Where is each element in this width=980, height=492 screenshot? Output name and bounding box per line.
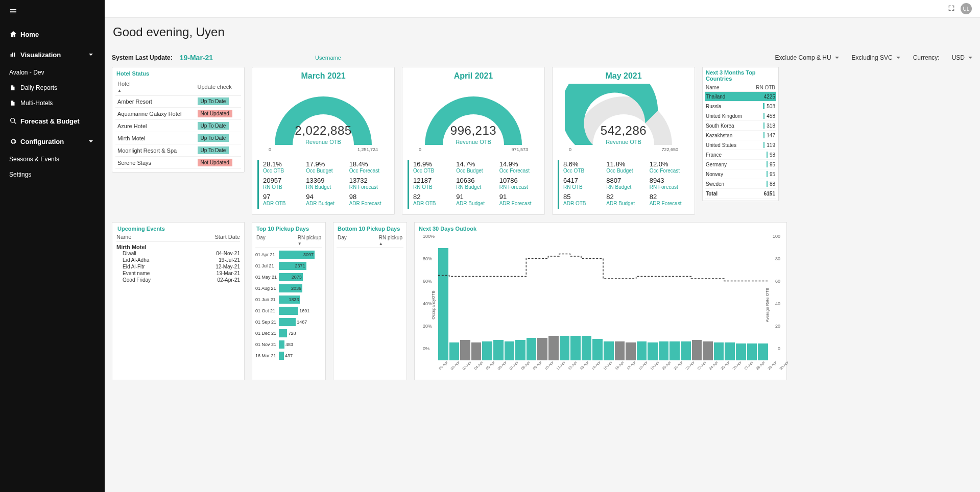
fullscreen-button[interactable] [947, 4, 955, 14]
bars-icon [9, 51, 20, 59]
pickup-row[interactable]: 01 Jul 212371 [255, 262, 322, 270]
country-row[interactable]: Sweden88 [705, 179, 776, 189]
nav-plain-item[interactable]: Seasons & Events [0, 152, 105, 167]
filter-comp-dropdown[interactable]: Exclude Comp & HU [775, 54, 840, 61]
metric-label: Occ Forecast [650, 168, 689, 174]
pickup-row[interactable]: 01 Jun 211833 [255, 296, 322, 304]
country-value: 95 [770, 171, 775, 177]
col-rnotb[interactable]: RN OTB [756, 85, 775, 90]
event-row[interactable]: Eid Al-Fitr12-May-21 [116, 263, 240, 270]
status-badge: Not Updated [198, 110, 232, 117]
pickup-row[interactable]: 01 Oct 211691 [255, 307, 322, 315]
filter-svc-dropdown[interactable]: Excluding SVC [852, 54, 901, 61]
country-row[interactable]: Kazakhstan147 [705, 131, 776, 140]
metric-label: Occ Budget [606, 168, 646, 174]
country-name: Thailand [706, 94, 725, 100]
metric-value: 6417 [563, 177, 603, 184]
country-bar [767, 181, 768, 187]
country-row[interactable]: France98 [705, 150, 776, 160]
col-day[interactable]: Day [256, 235, 266, 246]
hamburger-menu[interactable] [0, 0, 105, 24]
chevron-down-icon [968, 55, 973, 60]
metric-label: ADR OTB [263, 201, 303, 206]
file-icon [9, 84, 20, 91]
user-avatar[interactable]: UL [961, 3, 972, 14]
country-row[interactable]: Russia508 [705, 102, 776, 111]
y-tick-right: 100 [773, 234, 780, 239]
country-row[interactable]: South Korea318 [705, 121, 776, 131]
pickup-row[interactable]: 16 Mar 21437 [255, 352, 322, 360]
pickup-row[interactable]: 01 Nov 21483 [255, 340, 322, 349]
col-day[interactable]: Day [338, 235, 347, 246]
metric-value: 85 [563, 193, 603, 201]
x-tick: 09-Apr [532, 360, 542, 371]
hotel-name: Serene Stays [115, 157, 196, 169]
upcoming-events-card: Upcoming Events Name Start Date Mirth Mo… [112, 222, 245, 380]
metric-value: 91 [456, 193, 496, 201]
y-tick-right: 80 [775, 256, 780, 261]
nav-plain-item[interactable]: Settings [0, 167, 105, 182]
table-row[interactable]: Aquamarine Galaxy HotelNot Updated [115, 108, 241, 120]
pickup-row[interactable]: 01 Dec 21728 [255, 329, 322, 337]
col-pickup[interactable]: RN pickup▼ [298, 235, 321, 246]
table-row[interactable]: Azure HotelUp To Date [115, 120, 241, 132]
pickup-row[interactable]: 01 Aug 212036 [255, 284, 322, 292]
pickup-bar [279, 340, 284, 349]
country-row[interactable]: United Kingdom458 [705, 111, 776, 121]
system-update-value: 19-Mar-21 [180, 54, 213, 62]
event-row[interactable]: Diwali04-Nov-21 [116, 250, 240, 257]
nav-item[interactable]: Home [0, 24, 105, 44]
x-tick: 30-Apr [779, 360, 789, 371]
country-name: South Korea [706, 123, 734, 129]
col-name[interactable]: Name [706, 85, 720, 90]
country-row[interactable]: Thailand4225 [705, 92, 776, 102]
pickup-row[interactable]: 01 Sep 211467 [255, 318, 322, 326]
col-date[interactable]: Start Date [214, 234, 240, 240]
gauge-max: 722,650 [661, 147, 678, 152]
col-hotel[interactable]: Hotel▲ [115, 79, 196, 95]
col-pickup[interactable]: RN pickup▲ [379, 235, 402, 246]
metric-label: ADR Budget [606, 201, 646, 206]
nav-sub-item[interactable]: Daily Reports [0, 80, 105, 95]
pickup-value: 1467 [296, 319, 308, 325]
table-row[interactable]: Moonlight Resort & SpaUp To Date [115, 144, 241, 157]
card-title: Bottom 10 Pickup Days [337, 226, 403, 232]
country-bar [767, 152, 768, 158]
country-row[interactable]: Germany95 [705, 160, 776, 169]
pickup-bar [279, 329, 287, 337]
table-row[interactable]: Mirth MotelUp To Date [115, 132, 241, 144]
metric-label: Occ OTB [413, 168, 453, 174]
pickup-row[interactable]: 01 Apr 213097 [255, 251, 322, 259]
nav-item[interactable]: Forecast & Budget [0, 111, 105, 131]
country-row[interactable]: United States119 [705, 140, 776, 150]
greeting-title: Good evening, Uyen [113, 25, 973, 39]
metric-value: 12187 [413, 177, 453, 184]
table-row[interactable]: Serene StaysNot Updated [115, 157, 241, 169]
revenue-gauge: 2,022,885Revenue OTB01,251,724 [265, 84, 382, 155]
nav-item[interactable]: Configuration [0, 131, 105, 152]
country-value: 458 [767, 113, 775, 119]
event-row[interactable]: Eid Al-Adha19-Jul-21 [116, 257, 240, 263]
outlook-line-chart [438, 234, 768, 357]
pickup-row[interactable]: 01 May 212073 [255, 273, 322, 281]
currency-dropdown[interactable]: USD [952, 54, 973, 61]
country-value: 318 [767, 123, 775, 129]
table-row[interactable]: Amber ResortUp To Date [115, 95, 241, 108]
event-row[interactable]: Event name19-Mar-21 [116, 270, 240, 277]
y-tick-right: 20 [775, 324, 780, 329]
x-tick: 28-Apr [755, 360, 766, 371]
outlook-chart: 100%80%60%40%20%0% 100806040200 Occupanc… [438, 234, 768, 372]
event-row[interactable]: Good Friday02-Apr-21 [116, 277, 240, 283]
country-row[interactable]: Norway95 [705, 169, 776, 179]
metric-value: 14.7% [456, 160, 496, 168]
x-tick: 26-Apr [732, 360, 742, 371]
col-update[interactable]: Update check [196, 79, 241, 95]
metric-value: 12.0% [650, 160, 689, 168]
col-name[interactable]: Name [116, 234, 131, 240]
nav-sub-item[interactable]: Multi-Hotels [0, 95, 105, 111]
pickup-bar [279, 352, 284, 360]
x-tick: 27-Apr [744, 360, 754, 371]
nav-plain-item[interactable]: Avalon - Dev [0, 65, 105, 80]
metric-value: 14.9% [499, 160, 539, 168]
nav-item[interactable]: Visualization [0, 44, 105, 65]
